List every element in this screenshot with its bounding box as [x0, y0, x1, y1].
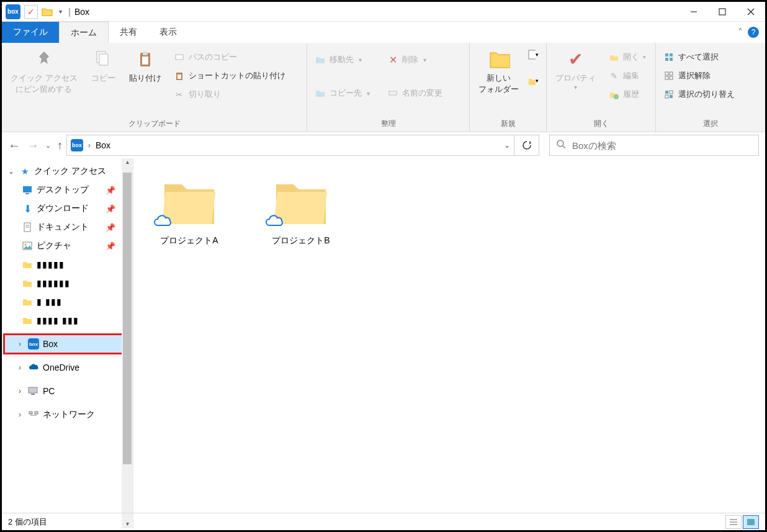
folder-icon	[270, 173, 332, 229]
help-icon[interactable]: ?	[748, 27, 759, 38]
window-controls	[680, 2, 765, 22]
select-none-button[interactable]: 選択解除	[660, 68, 738, 84]
status-bar: 2 個の項目	[2, 513, 765, 530]
folder-icon	[22, 277, 33, 289]
select-all-icon	[663, 52, 675, 63]
svg-rect-15	[665, 53, 668, 56]
search-input[interactable]	[572, 140, 752, 151]
search-box[interactable]	[549, 135, 759, 156]
breadcrumb-box[interactable]: Box	[96, 140, 110, 150]
tree-recent-folder-4[interactable]: ▮▮▮▮ ▮▮▮	[4, 311, 130, 330]
refresh-button[interactable]	[514, 135, 539, 156]
chevron-down-icon[interactable]: ⌄	[7, 167, 16, 176]
tab-share[interactable]: 共有	[109, 22, 148, 43]
onedrive-icon	[28, 362, 39, 373]
copy-path-icon	[174, 52, 185, 63]
pin-icon: 📌	[105, 223, 115, 232]
ribbon: クイック アクセス にピン留めする コピー 貼り付け パスのコピー ショートカッ…	[2, 43, 765, 132]
address-bar[interactable]: box › Box ⌄	[66, 135, 514, 156]
tree-downloads[interactable]: ⬇ ダウンロード 📌	[4, 199, 130, 218]
folder-project-b[interactable]: プロジェクトB	[258, 173, 344, 246]
chevron-right-icon[interactable]: ›	[16, 387, 24, 395]
tab-view[interactable]: 表示	[148, 22, 188, 43]
tree-pictures[interactable]: ピクチャ 📌	[4, 237, 130, 255]
close-button[interactable]	[737, 2, 765, 22]
svg-rect-8	[142, 56, 148, 65]
copy-button[interactable]: コピー	[86, 45, 120, 86]
tab-file[interactable]: ファイル	[2, 22, 59, 43]
address-dropdown-icon[interactable]: ⌄	[504, 141, 510, 150]
chevron-right-icon[interactable]: ›	[16, 410, 24, 419]
folder-label: プロジェクトB	[272, 235, 330, 246]
window-title: Box	[74, 7, 89, 17]
tab-home[interactable]: ホーム	[59, 22, 109, 43]
forward-button[interactable]: →	[27, 138, 39, 153]
tree-recent-folder-1[interactable]: ▮▮▮▮▮	[4, 255, 130, 274]
tree-documents[interactable]: ドキュメント 📌	[4, 218, 130, 237]
new-folder-button[interactable]: 新しい フォルダー	[473, 45, 524, 97]
main-area: ⌄ ★ クイック アクセス デスクトップ 📌 ⬇ ダウンロード 📌 ドキュメント…	[2, 158, 765, 528]
tree-onedrive[interactable]: › OneDrive	[4, 358, 130, 377]
sidebar-scrollbar[interactable]: ▴ ▾	[122, 158, 133, 528]
folder-qat-icon[interactable]	[42, 6, 53, 17]
delete-button[interactable]: ✕ 削除▾	[384, 52, 446, 68]
ribbon-group-organize-label: 整理	[311, 116, 465, 130]
copy-to-button[interactable]: コピー先▾	[311, 85, 374, 101]
tree-network[interactable]: › ネットワーク	[4, 405, 130, 424]
content-pane[interactable]: プロジェクトA プロジェクトB	[133, 158, 765, 528]
svg-rect-39	[35, 412, 38, 414]
copy-path-button[interactable]: パスのコピー	[170, 49, 289, 65]
collapse-ribbon-icon[interactable]: ˄	[738, 27, 743, 38]
folder-icon	[158, 173, 220, 229]
tree-pc[interactable]: › PC	[4, 382, 130, 400]
large-icons-view-button[interactable]	[743, 515, 759, 529]
move-to-icon	[315, 54, 326, 65]
svg-rect-30	[25, 193, 29, 194]
chevron-right-icon[interactable]: ›	[16, 363, 24, 372]
box-icon: box	[28, 338, 39, 349]
svg-rect-16	[670, 53, 673, 56]
box-app-icon[interactable]: box	[6, 4, 20, 19]
breadcrumb-separator-icon[interactable]: ›	[88, 141, 91, 150]
pin-to-quick-access-button[interactable]: クイック アクセス にピン留めする	[6, 45, 83, 97]
details-view-button[interactable]	[725, 515, 742, 529]
edit-button[interactable]: ✎ 編集	[604, 68, 650, 84]
chevron-right-icon[interactable]: ›	[16, 340, 24, 348]
cut-button[interactable]: ✂ 切り取り	[170, 86, 289, 102]
scrollbar-thumb[interactable]	[123, 173, 132, 464]
tree-recent-folder-3[interactable]: ▮ ▮▮▮	[4, 292, 130, 311]
back-button[interactable]: ←	[8, 138, 20, 153]
rename-button[interactable]: 名前の変更	[384, 85, 446, 101]
new-item-icon[interactable]: ▾	[527, 49, 539, 60]
easy-access-icon[interactable]: ▾	[527, 75, 539, 86]
tree-desktop[interactable]: デスクトップ 📌	[4, 181, 130, 199]
tree-box[interactable]: › box Box	[4, 335, 130, 353]
properties-qat-icon[interactable]: ✓	[24, 5, 38, 19]
pin-icon: 📌	[105, 204, 115, 214]
paste-button[interactable]: 貼り付け	[124, 45, 166, 86]
paste-shortcut-button[interactable]: ショートカットの貼り付け	[170, 68, 289, 84]
ribbon-group-new-label: 新規	[473, 116, 542, 130]
tree-recent-folder-2[interactable]: ▮▮▮▮▮▮	[4, 274, 130, 292]
select-none-icon	[663, 70, 675, 81]
up-button[interactable]: ↑	[57, 139, 63, 152]
move-to-button[interactable]: 移動先▾	[311, 52, 374, 68]
qat-dropdown-icon[interactable]: ▾	[56, 8, 65, 15]
recent-locations-button[interactable]: ⌄	[45, 142, 51, 150]
svg-rect-9	[176, 55, 183, 60]
maximize-button[interactable]	[708, 2, 737, 22]
invert-selection-button[interactable]: 選択の切り替え	[660, 86, 738, 102]
open-button[interactable]: 開く▾	[604, 49, 650, 65]
folder-icon	[22, 259, 33, 270]
title-separator: |	[68, 6, 71, 17]
pc-icon	[28, 385, 39, 397]
select-all-button[interactable]: すべて選択	[660, 49, 738, 65]
folder-project-a[interactable]: プロジェクトA	[146, 173, 233, 246]
minimize-button[interactable]	[680, 2, 708, 22]
history-icon	[608, 89, 619, 100]
tree-quick-access[interactable]: ⌄ ★ クイック アクセス	[4, 162, 130, 181]
svg-rect-29	[23, 186, 32, 192]
properties-button[interactable]: ✔ プロパティ ▾	[550, 45, 601, 93]
svg-line-28	[563, 146, 565, 148]
history-button[interactable]: 履歴	[604, 86, 650, 102]
